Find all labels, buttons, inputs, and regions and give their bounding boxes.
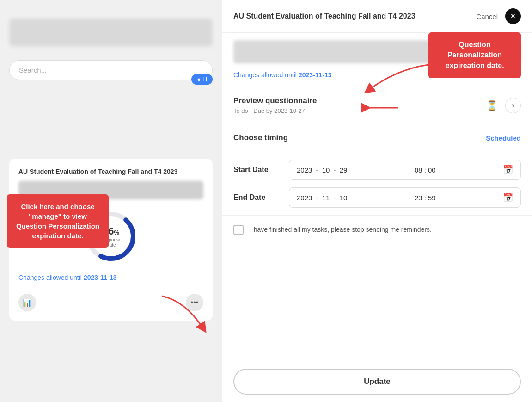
panel-header: AU Student Evaluation of Teaching Fall a… bbox=[222, 0, 532, 33]
header-right: Cancel × bbox=[476, 8, 521, 24]
start-date-label: Start Date bbox=[233, 166, 289, 174]
preview-left: Preview questionnaire To do - Due by 202… bbox=[233, 96, 483, 114]
stats-icon-btn[interactable]: 📊 bbox=[18, 294, 36, 311]
left-changes-text: Changes allowed until 2023-11-13 bbox=[18, 274, 117, 281]
panel-title: AU Student Evaluation of Teaching Fall a… bbox=[233, 12, 416, 20]
card-title: AU Student Evaluation of Teaching Fall a… bbox=[18, 168, 203, 175]
timing-label: Choose timing bbox=[233, 133, 288, 142]
cancel-button[interactable]: Cancel bbox=[476, 12, 498, 20]
end-date-label: End Date bbox=[233, 193, 289, 202]
checkbox-section: I have finished all my tasks, please sto… bbox=[222, 216, 532, 244]
date-section: Start Date 2023 - 10 - 29 08 : 00 📅 bbox=[222, 152, 532, 216]
end-date-picker[interactable]: 2023 - 11 - 10 23 : 59 📅 bbox=[289, 187, 521, 208]
preview-actions: ⏳ › bbox=[483, 97, 521, 114]
annotation-right-box: Question Personalization expireation dat… bbox=[428, 32, 521, 78]
reminder-checkbox[interactable] bbox=[233, 225, 244, 235]
more-icon-btn[interactable]: ••• bbox=[186, 294, 203, 311]
hourglass-button[interactable]: ⏳ bbox=[483, 97, 501, 114]
start-date-calendar-icon: 📅 bbox=[503, 165, 513, 175]
end-date-calendar-icon: 📅 bbox=[503, 192, 513, 203]
start-date-row: Start Date 2023 - 10 - 29 08 : 00 📅 bbox=[233, 160, 521, 180]
annotation-right-container: Question Personalization expireation dat… bbox=[428, 32, 521, 78]
card-footer: 📊 ••• bbox=[18, 289, 203, 311]
end-time-value: 23 : 59 bbox=[415, 194, 436, 202]
li-badge-text: ● Li bbox=[197, 76, 207, 83]
end-date-row: End Date 2023 - 11 - 10 23 : 59 📅 bbox=[233, 187, 521, 208]
left-changes-section: Changes allowed until 2023-11-13 bbox=[18, 273, 203, 282]
right-panel: AU Student Evaluation of Teaching Fall a… bbox=[222, 0, 532, 402]
update-btn-container: Update bbox=[222, 361, 532, 402]
close-button[interactable]: × bbox=[505, 8, 521, 24]
update-button[interactable]: Update bbox=[233, 369, 521, 395]
start-date-value: 2023 - 10 - 29 bbox=[297, 166, 347, 174]
left-top-image-blur bbox=[9, 19, 213, 46]
annotation-right-arrow bbox=[359, 60, 433, 97]
checkbox-label: I have finished all my tasks, please sto… bbox=[250, 225, 432, 235]
search-bar[interactable]: Search... bbox=[9, 60, 213, 80]
chevron-right-button[interactable]: › bbox=[505, 98, 521, 113]
left-panel: Search... ● Li AU Student Evaluation of … bbox=[0, 0, 222, 402]
annotation-left: Click here and choose "manage" to view Q… bbox=[7, 194, 109, 248]
search-placeholder: Search... bbox=[19, 66, 47, 74]
timing-row: Choose timing Scheduled bbox=[233, 133, 521, 142]
preview-title: Preview questionnaire bbox=[233, 96, 483, 105]
scheduled-link[interactable]: Scheduled bbox=[486, 134, 521, 142]
start-date-picker[interactable]: 2023 - 10 - 29 08 : 00 📅 bbox=[289, 160, 521, 180]
end-date-value: 2023 - 11 - 10 bbox=[297, 194, 347, 202]
preview-subtitle: To do - Due by 2023-10-27 bbox=[233, 107, 483, 114]
li-badge: ● Li bbox=[191, 74, 213, 85]
start-time-value: 08 : 00 bbox=[415, 166, 436, 174]
timing-section: Choose timing Scheduled bbox=[222, 124, 532, 152]
right-changes-text: Changes allowed until 2023-11-13 bbox=[233, 71, 332, 79]
preview-arrow bbox=[361, 101, 398, 115]
